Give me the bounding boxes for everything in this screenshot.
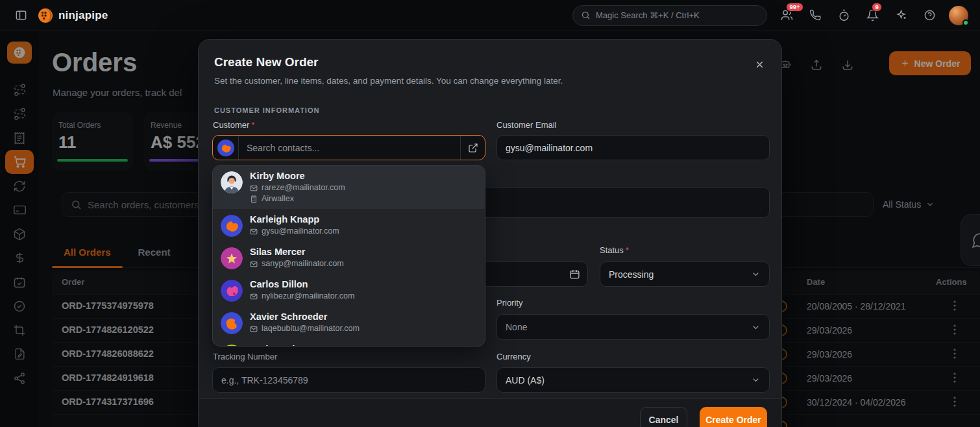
currency-select[interactable]: AUD (A$) [496, 367, 770, 393]
contact-email: gysu@mailinator.com [262, 226, 339, 237]
required-mark: * [251, 120, 254, 130]
contact-company: Airwallex [262, 193, 294, 204]
contact-email: nylibezur@mailinator.com [262, 291, 354, 302]
help-icon[interactable] [920, 6, 938, 25]
community-icon[interactable]: 99+ [778, 6, 796, 25]
required-mark: * [626, 245, 629, 255]
create-order-modal: Create New Order Set the customer, line … [198, 39, 782, 427]
priority-label: Priority [496, 298, 522, 308]
global-search-input[interactable] [596, 10, 759, 20]
customer-email-label: Customer Email [496, 120, 556, 130]
currency-label: Currency [496, 352, 531, 361]
status-label: Status* [600, 245, 629, 255]
chevron-down-icon [751, 269, 761, 279]
chevron-down-icon [751, 375, 761, 385]
customer-email-field[interactable] [496, 135, 770, 160]
contact-avatar-blob-blue-orange-2 [221, 312, 243, 334]
online-status-dot [962, 19, 969, 26]
customer-search-input[interactable] [239, 136, 460, 160]
customer-search-field[interactable] [212, 135, 485, 160]
bell-icon[interactable]: 9 [863, 6, 881, 25]
topbar: ninjapipe 99+ 9 [0, 0, 980, 31]
tracking-label: Tracking Number [213, 352, 277, 361]
priority-select[interactable]: None [496, 314, 770, 340]
tracking-number-input[interactable] [213, 368, 485, 392]
close-icon[interactable] [752, 56, 767, 72]
cancel-button[interactable]: Cancel [640, 407, 687, 427]
contact-email: laqebubitu@mailinator.com [262, 323, 360, 334]
contact-option[interactable]: Karleigh Knapp gysu@mailinator.com [213, 209, 485, 241]
contact-avatar-person [221, 171, 243, 193]
notifications-badge: 9 [872, 3, 882, 12]
user-avatar[interactable] [949, 6, 968, 25]
contact-name: Karleigh Knapp [250, 214, 339, 226]
global-search[interactable] [572, 5, 767, 26]
contact-name: Silas Mercer [250, 246, 344, 258]
contact-option[interactable]: Kirby Moore rareze@mailinator.com Airwal… [213, 165, 485, 209]
envelope-icon [250, 228, 258, 236]
contact-name: Berk Byrd [250, 343, 347, 347]
contact-avatar-blob-purple-pink [221, 280, 243, 302]
customer-label: Customer* [213, 120, 254, 130]
contact-name: Kirby Moore [250, 170, 345, 182]
contact-name: Carlos Dillon [250, 278, 354, 291]
contact-option[interactable]: Berk Byrd wuqitej@mailinator.com [213, 339, 485, 347]
envelope-icon [250, 293, 258, 300]
contact-option[interactable]: Carlos Dillon nylibezur@mailinator.com [213, 274, 485, 306]
contact-email: rareze@mailinator.com [262, 182, 345, 193]
community-badge: 99+ [786, 3, 803, 12]
modal-subtitle: Set the customer, line items, dates, and… [214, 76, 563, 86]
brand-logo[interactable]: ninjapipe [38, 8, 108, 23]
external-link-icon[interactable] [460, 136, 485, 160]
calendar-icon [569, 269, 580, 280]
envelope-icon [250, 325, 258, 333]
contact-avatar-blob-blue-orange [221, 215, 243, 237]
modal-title: Create New Order [214, 55, 319, 69]
contacts-dropdown: Kirby Moore rareze@mailinator.com Airwal… [212, 165, 485, 347]
contact-option[interactable]: Silas Mercer sanyp@mailinator.com [213, 241, 485, 274]
contact-avatar-star-pink [221, 247, 243, 269]
envelope-icon [250, 260, 258, 268]
contact-name: Xavier Schroeder [250, 311, 360, 323]
tracking-number-field[interactable] [212, 367, 485, 393]
sidebar-toggle-icon[interactable] [12, 6, 30, 25]
contact-email: sanyp@mailinator.com [262, 258, 344, 269]
timer-icon[interactable] [835, 6, 853, 25]
customer-email-input[interactable] [497, 136, 769, 160]
modal-footer: Cancel Create Order [199, 398, 781, 427]
status-select[interactable]: Processing [600, 262, 770, 287]
sparkles-icon[interactable] [892, 6, 910, 25]
chevron-down-icon [751, 323, 761, 332]
building-icon [250, 195, 258, 203]
search-icon [581, 10, 591, 20]
section-heading: CUSTOMER INFORMATION [214, 106, 319, 114]
app-window: ninjapipe 99+ 9 [0, 0, 980, 427]
envelope-icon [250, 184, 258, 192]
create-order-button[interactable]: Create Order [700, 407, 767, 427]
brand-name: ninjapipe [58, 9, 108, 22]
ninjapipe-logo-icon [38, 8, 53, 23]
contact-avatar-butterfly-green [221, 345, 243, 347]
phone-icon[interactable] [806, 6, 824, 25]
contact-option[interactable]: Xavier Schroeder laqebubitu@mailinator.c… [213, 306, 485, 339]
selected-contact-avatar [213, 136, 239, 160]
